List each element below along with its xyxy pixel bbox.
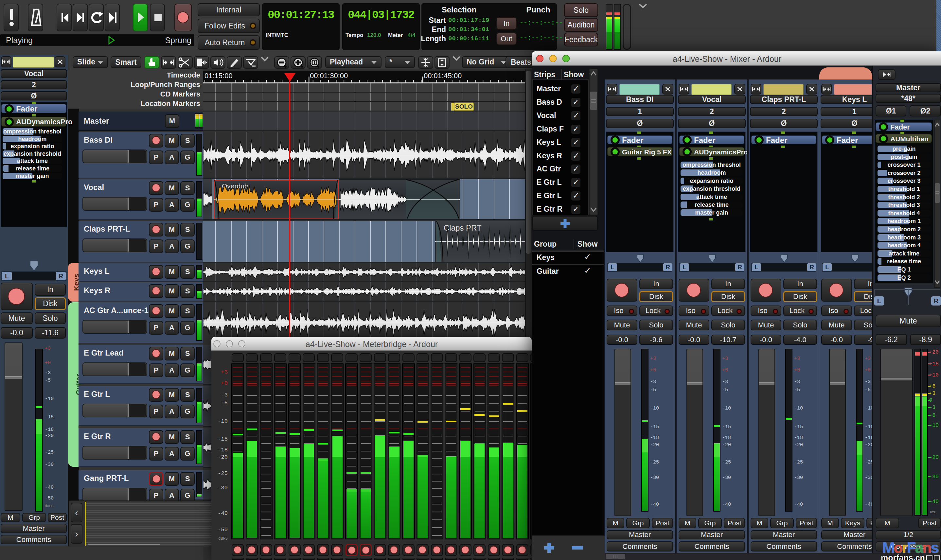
svg-text:SOLO: SOLO: [455, 103, 473, 110]
